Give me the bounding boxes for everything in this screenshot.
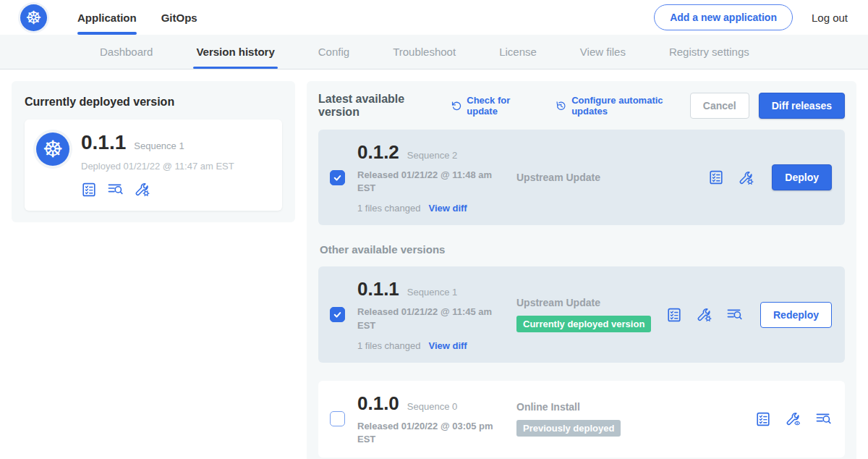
version-info: 0.1.1 Sequence 1 Released 01/21/22 @ 11:… — [357, 278, 506, 350]
sequence-label: Sequence 1 — [407, 287, 457, 298]
released-timestamp: Released 01/20/22 @ 03:05 pm EST — [357, 420, 498, 446]
available-versions-panel: Latest available version Check for updat… — [307, 81, 856, 459]
version-row-0-1-0: 0.1.0 Sequence 0 Released 01/20/22 @ 03:… — [318, 381, 845, 458]
version-checkbox[interactable] — [330, 170, 345, 185]
kubernetes-glyph: ☸ — [43, 138, 64, 161]
version-info: 0.1.0 Sequence 0 Released 01/20/22 @ 03:… — [357, 392, 506, 446]
deploy-logs-icon[interactable] — [107, 181, 124, 198]
subtab-registry-settings[interactable]: Registry settings — [669, 35, 749, 69]
sequence-label: Sequence 0 — [407, 401, 457, 412]
redeploy-button[interactable]: Redeploy — [760, 302, 832, 328]
auto-update-clock-icon — [556, 100, 566, 112]
kubernetes-glyph: ☸ — [25, 9, 41, 27]
other-versions-title: Other available versions — [320, 243, 845, 256]
refresh-icon — [451, 100, 461, 112]
view-diff-link[interactable]: View diff — [428, 340, 467, 351]
deployed-version-number: 0.1.1 — [81, 131, 126, 154]
latest-version-title: Latest available version — [318, 93, 438, 119]
sequence-label: Sequence 2 — [407, 150, 457, 161]
files-changed: 1 files changedView diff — [357, 203, 506, 214]
subtab-version-history[interactable]: Version history — [196, 35, 274, 69]
topnav-right: Add a new application Log out — [654, 4, 848, 30]
top-tabs: Application GitOps — [77, 0, 197, 35]
subtab-dashboard[interactable]: Dashboard — [100, 35, 153, 69]
version-row-0-1-2: 0.1.2 Sequence 2 Released 01/21/22 @ 11:… — [318, 130, 845, 225]
deployed-sequence-label: Sequence 1 — [134, 140, 184, 151]
deployed-version-card: ☸ 0.1.1 Sequence 1 Deployed 01/21/22 @ 1… — [25, 119, 282, 211]
version-actions — [755, 410, 833, 427]
configure-updates-label: Configure automatic updates — [571, 95, 690, 117]
version-number: 0.1.2 — [357, 141, 399, 164]
check-for-update-label: Check for update — [467, 95, 536, 117]
currently-deployed-title: Currently deployed version — [25, 96, 282, 109]
subtab-view-files[interactable]: View files — [580, 35, 626, 69]
preflight-checklist-icon[interactable] — [708, 169, 724, 185]
preflight-checklist-icon[interactable] — [666, 307, 682, 323]
view-diff-link[interactable]: View diff — [428, 203, 467, 214]
preflight-checklist-icon[interactable] — [81, 182, 97, 198]
check-for-update-link[interactable]: Check for update — [451, 95, 537, 117]
cancel-button[interactable]: Cancel — [690, 93, 749, 119]
header-actions: Cancel Diff releases — [690, 93, 845, 119]
deploy-logs-icon[interactable] — [726, 306, 743, 323]
subtab-config[interactable]: Config — [318, 35, 349, 69]
version-checkbox[interactable] — [330, 411, 345, 426]
version-history-page: Currently deployed version ☸ 0.1.1 Seque… — [0, 70, 868, 459]
preflight-checklist-icon[interactable] — [755, 411, 771, 427]
app-subnav: Dashboard Version history Config Trouble… — [0, 35, 868, 70]
tab-gitops[interactable]: GitOps — [161, 0, 197, 35]
add-application-button[interactable]: Add a new application — [654, 4, 793, 30]
currently-deployed-badge: Currently deployed version — [516, 316, 651, 332]
version-number: 0.1.1 — [357, 278, 399, 300]
top-navbar: ☸ Application GitOps Add a new applicati… — [0, 0, 868, 35]
version-actions: Deploy — [708, 164, 833, 190]
version-source: Upstream Update Currently deployed versi… — [506, 297, 666, 332]
version-actions: Redeploy — [666, 302, 833, 328]
deployed-timestamp: Deployed 01/21/22 @ 11:47 am EST — [81, 161, 234, 172]
config-wrench-icon[interactable] — [134, 181, 150, 198]
app-kubernetes-icon: ☸ — [36, 132, 69, 166]
diff-releases-button[interactable]: Diff releases — [759, 93, 845, 119]
released-timestamp: Released 01/21/22 @ 11:48 am EST — [357, 169, 498, 195]
subtab-troubleshoot[interactable]: Troubleshoot — [393, 35, 456, 69]
released-timestamp: Released 01/21/22 @ 11:45 am EST — [357, 306, 498, 332]
version-info: 0.1.2 Sequence 2 Released 01/21/22 @ 11:… — [357, 141, 506, 214]
deployed-version-info: 0.1.1 Sequence 1 Deployed 01/21/22 @ 11:… — [81, 131, 234, 198]
latest-version-header: Latest available version Check for updat… — [318, 93, 845, 119]
configure-updates-link[interactable]: Configure automatic updates — [556, 95, 690, 117]
version-source: Online Install Previously deployed — [506, 401, 755, 437]
version-number: 0.1.0 — [357, 392, 399, 415]
tab-application[interactable]: Application — [77, 0, 137, 35]
deploy-logs-icon[interactable] — [815, 410, 832, 427]
previously-deployed-badge: Previously deployed — [516, 420, 621, 437]
version-checkbox[interactable] — [330, 307, 345, 322]
config-wrench-icon[interactable] — [696, 306, 712, 323]
config-view-wrench-icon[interactable] — [785, 410, 801, 427]
logout-button[interactable]: Log out — [812, 12, 848, 24]
currently-deployed-panel: Currently deployed version ☸ 0.1.1 Seque… — [12, 81, 295, 222]
subtab-license[interactable]: License — [499, 35, 537, 69]
deploy-button[interactable]: Deploy — [772, 164, 832, 190]
version-row-0-1-1: 0.1.1 Sequence 1 Released 01/21/22 @ 11:… — [318, 266, 845, 362]
config-wrench-icon[interactable] — [738, 169, 754, 186]
version-source: Upstream Update — [506, 172, 708, 183]
files-changed: 1 files changedView diff — [357, 340, 506, 351]
kubernetes-logo-icon: ☸ — [20, 4, 47, 31]
